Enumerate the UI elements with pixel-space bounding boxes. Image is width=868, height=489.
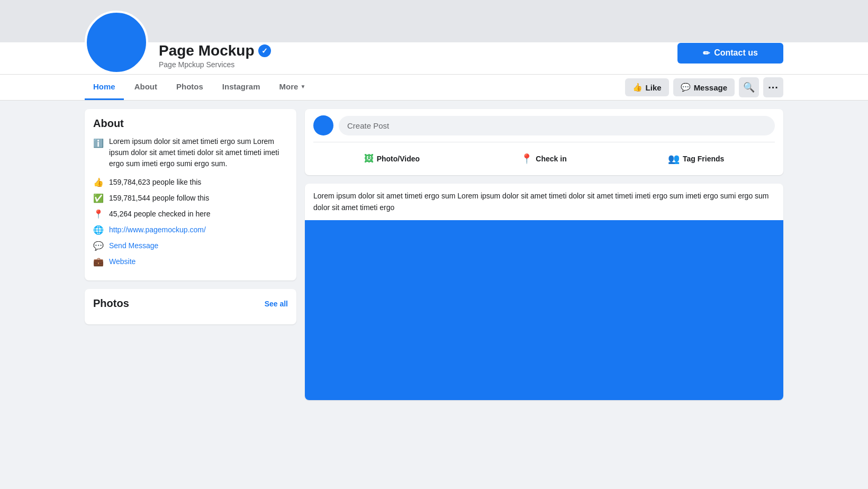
main-content: About ℹ️ Lorem ipsum dolor sit amet time… [0, 101, 868, 409]
nav-area: Home About Photos Instagram More ▼ 👍 Lik… [0, 75, 868, 101]
nav-actions: 👍 Like 💬 Message 🔍 ··· [625, 77, 783, 97]
about-title: About [93, 117, 288, 130]
website-row: 💼 Website [93, 256, 288, 267]
photo-video-icon: 🖼 [364, 153, 374, 165]
create-post-input[interactable]: Create Post [339, 116, 775, 135]
search-button[interactable]: 🔍 [739, 77, 759, 97]
tag-friends-label: Tag Friends [683, 155, 724, 163]
website-url-row: 🌐 http://www.pagemockup.com/ [93, 224, 288, 235]
website-url-link[interactable]: http://www.pagemockup.com/ [109, 225, 206, 234]
like-thumb-icon: 👍 [632, 83, 643, 92]
tab-home[interactable]: Home [85, 75, 124, 100]
feed-post: Lorem ipsum dolor sit amet timeti ergo s… [305, 184, 783, 400]
create-post-top: Create Post [313, 115, 775, 142]
check-in-icon: 📍 [521, 153, 532, 165]
contact-us-button[interactable]: ✏ Contact us [677, 43, 783, 64]
post-user-avatar [313, 115, 333, 135]
like-button[interactable]: 👍 Like [625, 78, 669, 96]
globe-icon: 🌐 [93, 224, 104, 235]
photos-header: Photos See all [93, 297, 288, 310]
about-card: About ℹ️ Lorem ipsum dolor sit amet time… [85, 109, 296, 280]
profile-section: Page Mockup ✓ Page Mpckup Services ✏ Con… [0, 32, 868, 74]
contact-us-label: Contact us [714, 48, 758, 58]
tag-friends-action[interactable]: 👥 Tag Friends [662, 149, 730, 169]
checkin-pin-icon: 📍 [93, 209, 104, 219]
header-area: Page Mockup ✓ Page Mpckup Services ✏ Con… [0, 0, 868, 75]
tab-more[interactable]: More ▼ [271, 75, 314, 100]
page-subtitle: Page Mpckup Services [159, 60, 667, 69]
page-info: Page Mockup ✓ Page Mpckup Services [159, 37, 667, 69]
ellipsis-icon: ··· [768, 82, 779, 94]
post-actions: 🖼 Photo/Video 📍 Check in 👥 Tag Friends [313, 149, 775, 169]
briefcase-icon: 💼 [93, 256, 104, 267]
messenger-icon: 💬 [93, 240, 104, 251]
feed-post-text: Lorem ipsum dolor sit amet timeti ergo s… [305, 184, 783, 220]
page-avatar [85, 11, 148, 74]
pencil-icon: ✏ [703, 48, 710, 58]
send-message-link[interactable]: Send Message [109, 241, 158, 250]
page-name: Page Mockup [159, 42, 254, 59]
chevron-down-icon: ▼ [300, 84, 305, 89]
website-link[interactable]: Website [109, 257, 135, 266]
feed-post-image [305, 220, 783, 400]
follows-check-icon: ✅ [93, 193, 104, 203]
tab-instagram[interactable]: Instagram [214, 75, 269, 100]
follows-count: 159,781,544 people follow this [109, 194, 209, 202]
photo-video-action[interactable]: 🖼 Photo/Video [358, 149, 426, 169]
left-column: About ℹ️ Lorem ipsum dolor sit amet time… [85, 109, 296, 400]
see-all-photos-link[interactable]: See all [265, 300, 288, 308]
photos-title: Photos [93, 297, 129, 310]
message-icon: 💬 [681, 83, 691, 92]
message-button[interactable]: 💬 Message [673, 78, 735, 96]
info-icon: ℹ️ [93, 137, 104, 148]
nav-tabs: Home About Photos Instagram More ▼ [85, 75, 314, 100]
check-in-action[interactable]: 📍 Check in [514, 149, 573, 169]
photos-card: Photos See all [85, 289, 296, 324]
message-label: Message [694, 83, 727, 92]
more-options-button[interactable]: ··· [763, 77, 783, 97]
page-name-row: Page Mockup ✓ [159, 42, 667, 59]
likes-thumb-icon: 👍 [93, 177, 104, 187]
tab-photos[interactable]: Photos [168, 75, 212, 100]
about-description-row: ℹ️ Lorem ipsum dolor sit amet timeti erg… [93, 136, 288, 169]
like-label: Like [646, 83, 662, 92]
checkins-count: 45,264 people checked in here [109, 210, 210, 218]
search-icon: 🔍 [743, 82, 755, 93]
tab-about[interactable]: About [126, 75, 166, 100]
verified-badge: ✓ [258, 44, 271, 57]
likes-count: 159,784,623 people like this [109, 178, 201, 186]
checkins-stat-row: 📍 45,264 people checked in here [93, 209, 288, 219]
tag-friends-icon: 👥 [668, 153, 680, 165]
check-in-label: Check in [536, 155, 566, 163]
follows-stat-row: ✅ 159,781,544 people follow this [93, 193, 288, 203]
photo-video-label: Photo/Video [377, 155, 420, 163]
about-description: Lorem ipsum dolor sit amet timeti ergo s… [109, 136, 288, 169]
send-message-row: 💬 Send Message [93, 240, 288, 251]
right-column: Create Post 🖼 Photo/Video 📍 Check in 👥 T… [305, 109, 783, 400]
likes-stat-row: 👍 159,784,623 people like this [93, 177, 288, 187]
create-post-card: Create Post 🖼 Photo/Video 📍 Check in 👥 T… [305, 109, 783, 175]
